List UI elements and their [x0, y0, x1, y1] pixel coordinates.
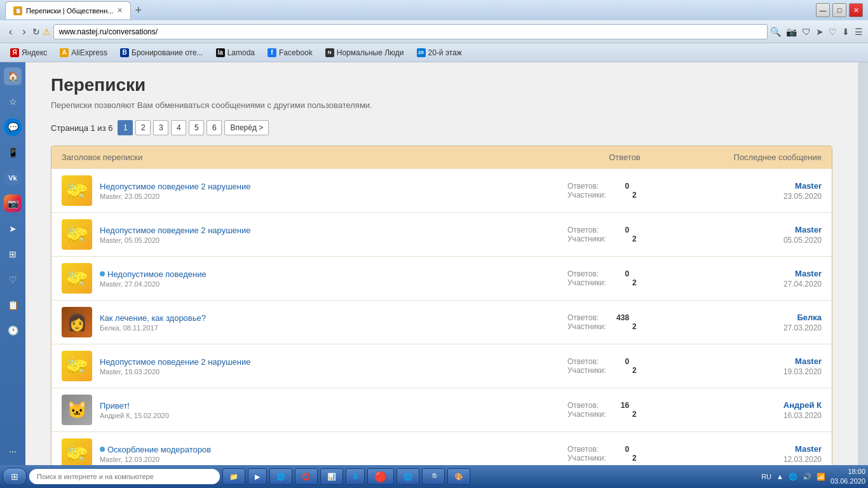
page-2-button[interactable]: 2	[135, 120, 151, 135]
bookmark-hotel[interactable]: B Бронирование оте...	[115, 46, 208, 59]
close-button[interactable]: ✕	[849, 3, 863, 17]
tab-title: Переписки | Общественн...	[26, 7, 113, 15]
camera-icon[interactable]: 📷	[786, 27, 797, 37]
conv-title-link[interactable]: Недопустимое поведение 2 нарушение	[100, 182, 567, 191]
taskbar-search-item[interactable]: 🔎	[422, 468, 445, 485]
sidebar-heart-icon[interactable]: ♡	[4, 271, 22, 288]
page-5-button[interactable]: 5	[189, 120, 204, 135]
download-icon[interactable]: ⬇	[842, 27, 850, 37]
conv-stats: Ответов:0 Участники:2	[567, 357, 682, 375]
active-tab[interactable]: 📋 Переписки | Общественн... ✕	[5, 1, 131, 19]
minimize-button[interactable]: —	[816, 3, 830, 17]
back-button[interactable]: ‹	[5, 25, 16, 39]
shield-icon[interactable]: 🛡	[802, 27, 811, 37]
conv-title-link[interactable]: Недопустимое поведение	[100, 269, 567, 279]
sidebar-more-icon[interactable]: ···	[4, 442, 22, 460]
taskbar-media-item[interactable]: ▶	[248, 468, 267, 485]
sidebar-instagram-icon[interactable]: 📷	[4, 194, 22, 212]
table-header: Заголовок переписки Ответов Последнее со…	[51, 146, 832, 168]
conv-title-link[interactable]: Оскорбление модераторов	[100, 445, 567, 454]
bookmark-facebook[interactable]: f Facebook	[262, 46, 318, 59]
conv-title-link[interactable]: Как лечение, как здоровье?	[100, 313, 567, 323]
last-author: Андрей К	[682, 400, 822, 410]
last-author: Master	[682, 356, 822, 366]
conv-title-link[interactable]: Недопустимое поведение 2 нарушение	[100, 357, 567, 367]
heart-icon[interactable]: ♡	[829, 27, 837, 37]
search-nav-icon[interactable]: 🔍	[770, 27, 781, 37]
bookmark-normalnye[interactable]: N Нормальные Люди	[320, 46, 409, 59]
taskbar-search-input[interactable]	[29, 469, 220, 484]
bookmark-lamoda-label: Lamoda	[227, 48, 255, 57]
taskbar-skype-item[interactable]: S	[346, 468, 365, 485]
new-tab-button[interactable]: +	[131, 4, 146, 17]
taskbar-speaker-icon: 🔊	[803, 473, 811, 481]
taskbar-paint-item[interactable]: 🎨	[447, 468, 470, 485]
table-row: 👩 Как лечение, как здоровье? Белка, 08.1…	[51, 300, 832, 344]
conv-meta: Master, 12.03.2020	[100, 456, 567, 463]
taskbar-excel-item[interactable]: 📊	[320, 468, 343, 485]
sidebar-vk-icon[interactable]: Vk	[4, 169, 22, 187]
conv-cell-left: 🐱 Привет! Андрей К, 15.02.2020	[62, 395, 567, 425]
conv-last: Master 12.03.2020	[682, 444, 822, 464]
navigation-bar: ‹ › ↻ ⚠ 🔍 📷 🛡 ➤ ♡ ⬇ ☰	[0, 20, 868, 43]
refresh-button[interactable]: ↻	[32, 27, 40, 37]
taskbar-search-icon: 🔎	[429, 473, 438, 481]
last-date: 27.03.2020	[682, 323, 822, 332]
sidebar-send-icon[interactable]: ➤	[4, 220, 22, 238]
sidebar-grid-icon[interactable]: ⊞	[4, 245, 22, 263]
forward-button[interactable]: ›	[18, 25, 29, 39]
sidebar-clock-icon[interactable]: 🕐	[4, 322, 22, 339]
taskbar-app-label: 📁	[229, 473, 238, 481]
sidebar-home-icon[interactable]: 🏠	[4, 67, 22, 85]
page-6-button[interactable]: 6	[207, 120, 222, 135]
scrollbar[interactable]	[858, 62, 868, 465]
taskbar-signal-icon: 📶	[817, 473, 825, 481]
taskbar-opera-red-item[interactable]: 🔴	[367, 468, 394, 485]
share-icon[interactable]: ➤	[816, 27, 824, 37]
bookmark-hotel-label: Бронирование оте...	[132, 48, 203, 57]
sidebar-phone-icon[interactable]: 📱	[4, 144, 22, 161]
bookmark-normalnye-label: Нормальные Люди	[337, 48, 404, 57]
conv-title-link[interactable]: Недопустимое поведение 2 нарушение	[100, 226, 567, 235]
windows-icon: ⊞	[11, 471, 18, 482]
url-bar[interactable]	[53, 24, 768, 39]
next-page-button[interactable]: Вперёд >	[224, 120, 269, 135]
bookmark-floor20[interactable]: 20 20-й этаж	[412, 46, 467, 59]
tab-close-button[interactable]: ✕	[117, 6, 123, 15]
lamoda-icon: la	[216, 48, 225, 57]
last-author: Master	[682, 269, 822, 278]
last-date: 12.03.2020	[682, 455, 822, 464]
maximize-button[interactable]: □	[832, 3, 846, 17]
conv-stats: Ответов:0 Участники:2	[567, 182, 682, 200]
bookmark-lamoda[interactable]: la Lamoda	[211, 46, 260, 59]
conv-meta: Master, 19.03.2020	[100, 368, 567, 376]
header-replies: Ответов	[567, 152, 682, 162]
sidebar-chat-icon[interactable]: 💬	[4, 118, 22, 136]
bookmark-aliexpress[interactable]: A AliExpress	[55, 46, 112, 59]
conv-meta: Master, 23.05.2020	[100, 193, 567, 200]
taskbar-excel-icon: 📊	[327, 473, 336, 481]
last-author: Белка	[682, 313, 822, 322]
taskbar-opera-item[interactable]: ⭕	[295, 468, 318, 485]
avatar: 🧽	[62, 351, 92, 381]
taskbar-skype-icon: S	[353, 472, 358, 481]
sidebar-icons: 🏠 ☆ 💬 📱 Vk 📷 ➤ ⊞ ♡ 📋 🕐 ···	[0, 62, 25, 465]
conv-title-link[interactable]: Привет!	[100, 401, 567, 410]
page-3-button[interactable]: 3	[153, 120, 168, 135]
taskbar-ie-item[interactable]: 🌐	[269, 468, 292, 485]
start-button[interactable]: ⊞	[3, 468, 27, 485]
taskbar-app-item[interactable]: 📁	[222, 468, 245, 485]
sidebar-list-icon[interactable]: 📋	[4, 296, 22, 314]
conv-cell-left: 🧽 Недопустимое поведение 2 нарушение Mas…	[62, 351, 567, 381]
taskbar-chrome-item[interactable]: 🌐	[397, 468, 419, 485]
conv-cell-left: 🧽 Оскорбление модераторов Master, 12.03.…	[62, 438, 567, 465]
taskbar: ⊞ 📁 ▶ 🌐 ⭕ 📊 S 🔴 🌐 🔎 🎨 RU ▲ 🌐 🔊 📶 18:00 0…	[0, 465, 868, 488]
sidebar-star-icon[interactable]: ☆	[4, 93, 22, 111]
conv-last: Master 27.04.2020	[682, 269, 822, 288]
conv-info: Недопустимое поведение 2 нарушение Maste…	[100, 357, 567, 376]
page-4-button[interactable]: 4	[171, 120, 186, 135]
last-author: Master	[682, 444, 822, 454]
page-1-button[interactable]: 1	[118, 120, 133, 135]
menu-icon[interactable]: ☰	[855, 27, 863, 37]
bookmark-yandex[interactable]: Я Яндекс	[5, 46, 52, 59]
